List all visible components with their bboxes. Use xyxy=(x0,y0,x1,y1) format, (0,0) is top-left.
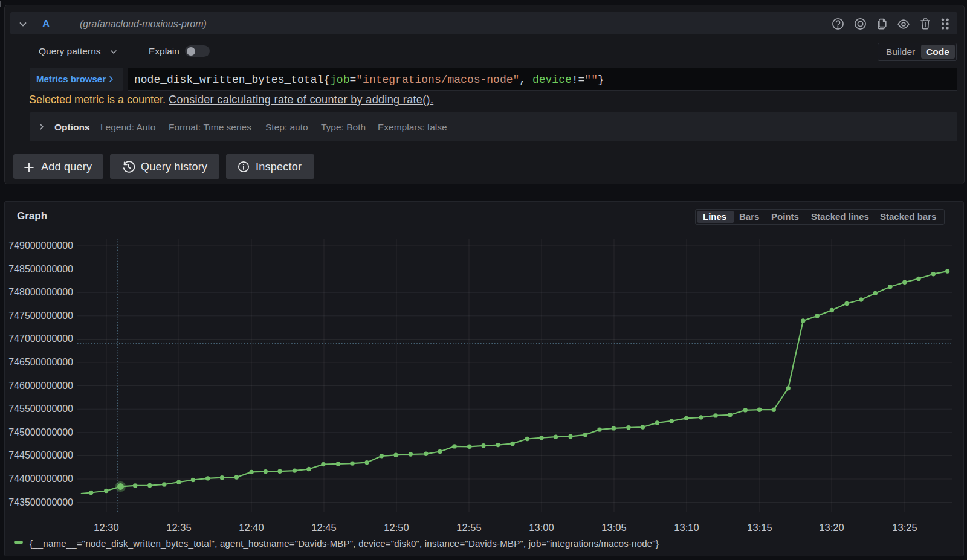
svg-text:744500000000: 744500000000 xyxy=(8,450,73,460)
svg-text:13:15: 13:15 xyxy=(747,522,772,533)
svg-text:744000000000: 744000000000 xyxy=(8,474,73,484)
svg-text:13:10: 13:10 xyxy=(674,522,699,533)
svg-text:746500000000: 746500000000 xyxy=(8,357,73,367)
svg-text:745500000000: 745500000000 xyxy=(8,404,73,414)
svg-text:13:05: 13:05 xyxy=(601,522,626,533)
svg-text:12:45: 12:45 xyxy=(311,522,336,533)
svg-text:747000000000: 747000000000 xyxy=(8,333,73,344)
svg-text:12:50: 12:50 xyxy=(384,522,409,533)
svg-text:12:30: 12:30 xyxy=(94,522,118,533)
svg-text:13:00: 13:00 xyxy=(529,522,554,533)
svg-text:13:25: 13:25 xyxy=(892,522,917,533)
svg-text:745000000000: 745000000000 xyxy=(8,427,73,437)
svg-text:12:35: 12:35 xyxy=(166,522,191,533)
svg-text:12:40: 12:40 xyxy=(239,522,264,533)
svg-text:749000000000: 749000000000 xyxy=(8,240,73,251)
svg-text:748000000000: 748000000000 xyxy=(8,287,73,297)
svg-text:747500000000: 747500000000 xyxy=(8,311,73,321)
svg-text:12:55: 12:55 xyxy=(456,522,481,533)
svg-text:743500000000: 743500000000 xyxy=(8,497,73,507)
svg-text:746000000000: 746000000000 xyxy=(8,381,73,391)
svg-text:748500000000: 748500000000 xyxy=(8,264,73,274)
svg-text:13:20: 13:20 xyxy=(819,522,844,533)
